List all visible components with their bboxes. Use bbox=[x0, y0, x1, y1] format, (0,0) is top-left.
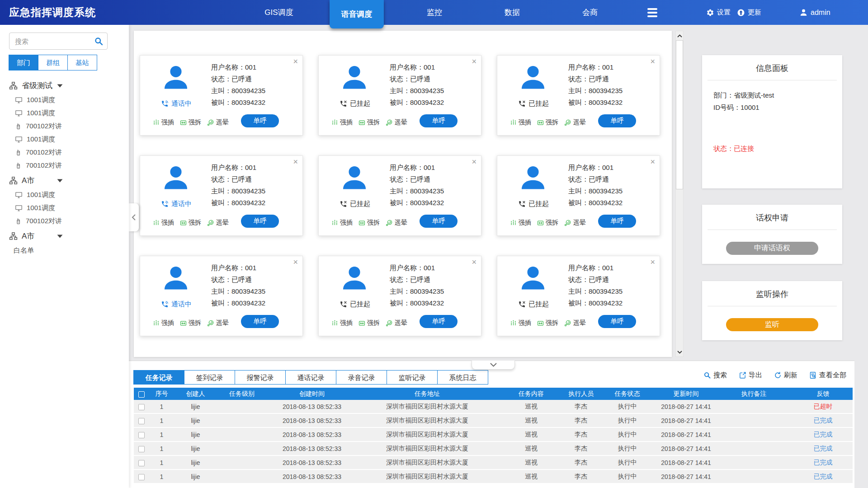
monitor-button[interactable]: 监听 bbox=[726, 318, 818, 331]
table-row[interactable]: 1 lijie 2018-08-13 08:52:33 深圳市福田区彩田村水源大… bbox=[134, 470, 853, 484]
tree-item[interactable]: 1001调度 bbox=[0, 202, 129, 215]
nav-item[interactable]: 数据 bbox=[473, 0, 551, 25]
close-icon[interactable]: × bbox=[293, 57, 298, 66]
remote-stun-button[interactable]: 遥晕 bbox=[207, 319, 229, 327]
table-row[interactable]: 1 lijie 2018-08-13 08:52:33 深圳市福田区彩田村水源大… bbox=[134, 428, 853, 442]
user-menu[interactable]: admin bbox=[799, 0, 830, 25]
tree-group-row[interactable]: 省级测试 bbox=[0, 77, 129, 94]
search-input[interactable] bbox=[14, 33, 93, 49]
row-checkbox[interactable] bbox=[138, 404, 145, 410]
tree-item[interactable]: 1001调度 bbox=[0, 188, 129, 202]
force-insert-button[interactable]: 强插 bbox=[153, 118, 174, 127]
remote-stun-button[interactable]: 遥晕 bbox=[207, 118, 229, 127]
force-split-button[interactable]: 强拆 bbox=[359, 118, 380, 127]
nav-item[interactable]: GIS调度 bbox=[240, 0, 318, 25]
remote-stun-button[interactable]: 遥晕 bbox=[564, 118, 586, 127]
tree-item[interactable]: 700102对讲 bbox=[0, 159, 129, 172]
close-icon[interactable]: × bbox=[650, 258, 655, 266]
single-call-button[interactable]: 单呼 bbox=[420, 215, 458, 228]
force-insert-button[interactable]: 强插 bbox=[510, 319, 531, 327]
sidebar-tab[interactable]: 基站 bbox=[67, 55, 97, 70]
single-call-button[interactable]: 单呼 bbox=[598, 315, 636, 328]
remote-stun-button[interactable]: 遥晕 bbox=[386, 319, 407, 327]
caret-down-icon[interactable] bbox=[57, 235, 63, 238]
sidebar-collapse-handle[interactable] bbox=[129, 203, 139, 231]
force-insert-button[interactable]: 强插 bbox=[153, 319, 174, 327]
caret-down-icon[interactable] bbox=[57, 179, 63, 183]
settings-button[interactable]: 设置 bbox=[706, 0, 731, 25]
refresh-button[interactable]: 刷新 bbox=[774, 371, 797, 380]
force-split-button[interactable]: 强拆 bbox=[180, 118, 201, 127]
force-insert-button[interactable]: 强插 bbox=[331, 118, 353, 127]
close-icon[interactable]: × bbox=[472, 57, 476, 66]
search-icon[interactable] bbox=[94, 37, 104, 46]
scrollbar-thumb[interactable] bbox=[676, 40, 683, 189]
table-row[interactable]: 1 lijie 2018-08-13 08:52:33 深圳市福田区彩田村水源大… bbox=[134, 414, 853, 428]
single-call-button[interactable]: 单呼 bbox=[598, 215, 636, 228]
record-tab[interactable]: 签到记录 bbox=[184, 370, 235, 385]
table-row[interactable]: 1 lijie 2018-08-13 08:52:33 深圳市福田区彩田村水源大… bbox=[134, 456, 853, 470]
sidebar-tab[interactable]: 部门 bbox=[9, 55, 38, 70]
scroll-up-icon[interactable] bbox=[676, 32, 683, 39]
single-call-button[interactable]: 单呼 bbox=[598, 114, 636, 127]
close-icon[interactable]: × bbox=[650, 57, 655, 66]
nav-item[interactable]: 监控 bbox=[396, 0, 473, 25]
caret-down-icon[interactable] bbox=[57, 84, 63, 88]
force-split-button[interactable]: 强拆 bbox=[180, 219, 201, 227]
force-insert-button[interactable]: 强插 bbox=[331, 319, 353, 327]
tree-item[interactable]: 1001调度 bbox=[0, 107, 129, 120]
table-row[interactable]: 1 lijie 2018-08-13 08:52:33 深圳市福田区彩田村水源大… bbox=[134, 400, 853, 414]
export-button[interactable]: 导出 bbox=[739, 371, 762, 380]
select-all-checkbox[interactable] bbox=[138, 391, 145, 398]
force-insert-button[interactable]: 强插 bbox=[510, 219, 531, 227]
force-split-button[interactable]: 强拆 bbox=[359, 319, 380, 327]
cards-scrollbar[interactable] bbox=[675, 31, 684, 357]
record-tab[interactable]: 录音记录 bbox=[336, 370, 387, 385]
force-split-button[interactable]: 强拆 bbox=[537, 118, 558, 127]
tree-group-row[interactable]: A市 bbox=[0, 172, 129, 188]
row-checkbox[interactable] bbox=[138, 418, 145, 424]
close-icon[interactable]: × bbox=[472, 258, 476, 266]
tree-item[interactable]: 700102对讲 bbox=[0, 120, 129, 133]
menu-hamburger-icon[interactable] bbox=[643, 0, 661, 25]
tree-item[interactable]: 700102对讲 bbox=[0, 146, 129, 159]
record-tab[interactable]: 任务记录 bbox=[133, 370, 184, 385]
record-tab[interactable]: 系统日志 bbox=[437, 370, 488, 385]
single-call-button[interactable]: 单呼 bbox=[241, 215, 279, 228]
single-call-button[interactable]: 单呼 bbox=[241, 114, 279, 127]
force-split-button[interactable]: 强拆 bbox=[359, 219, 380, 227]
update-button[interactable]: 更新 bbox=[737, 0, 761, 25]
record-tab[interactable]: 监听记录 bbox=[387, 370, 438, 385]
single-call-button[interactable]: 单呼 bbox=[420, 114, 458, 127]
nav-item[interactable]: 语音调度 bbox=[330, 0, 384, 28]
row-checkbox[interactable] bbox=[138, 446, 145, 452]
force-split-button[interactable]: 强拆 bbox=[537, 319, 558, 327]
tree-group-row[interactable]: A市 bbox=[0, 228, 129, 244]
force-insert-button[interactable]: 强插 bbox=[331, 219, 353, 227]
single-call-button[interactable]: 单呼 bbox=[241, 315, 279, 328]
row-checkbox[interactable] bbox=[138, 460, 145, 466]
remote-stun-button[interactable]: 遥晕 bbox=[564, 319, 586, 327]
record-tab[interactable]: 通话记录 bbox=[285, 370, 336, 385]
nav-item[interactable]: 会商 bbox=[551, 0, 629, 25]
table-search-button[interactable]: 搜索 bbox=[703, 371, 727, 380]
remote-stun-button[interactable]: 遥晕 bbox=[207, 219, 229, 227]
row-checkbox[interactable] bbox=[138, 474, 145, 480]
force-split-button[interactable]: 强拆 bbox=[537, 219, 558, 227]
force-insert-button[interactable]: 强插 bbox=[510, 118, 531, 127]
row-checkbox[interactable] bbox=[138, 432, 145, 438]
view-all-button[interactable]: 查看全部 bbox=[809, 371, 846, 380]
tree-item[interactable]: 1001调度 bbox=[0, 94, 129, 107]
sidebar-tab[interactable]: 群组 bbox=[38, 55, 68, 70]
request-floor-button[interactable]: 申请话语权 bbox=[726, 242, 818, 255]
table-row[interactable]: 1 lijie 2018-08-13 08:52:33 深圳市福田区彩田村水源大… bbox=[134, 442, 853, 456]
bottom-collapse-handle[interactable] bbox=[472, 361, 515, 370]
tree-item[interactable]: 700102对讲 bbox=[0, 215, 129, 228]
remote-stun-button[interactable]: 遥晕 bbox=[386, 118, 407, 127]
force-split-button[interactable]: 强拆 bbox=[180, 319, 201, 327]
close-icon[interactable]: × bbox=[650, 158, 655, 166]
single-call-button[interactable]: 单呼 bbox=[420, 315, 458, 328]
remote-stun-button[interactable]: 遥晕 bbox=[386, 219, 407, 227]
scroll-down-icon[interactable] bbox=[676, 348, 683, 356]
record-tab[interactable]: 报警记录 bbox=[235, 370, 286, 385]
